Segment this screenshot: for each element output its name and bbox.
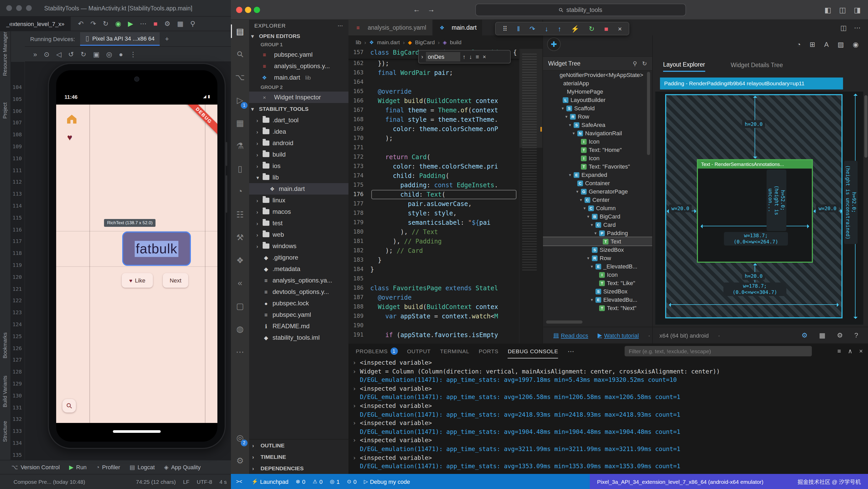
expand-chevron-icon[interactable] <box>352 445 360 453</box>
widget-tree-row[interactable]: ▾ R Row <box>543 254 652 262</box>
widget-tree-row[interactable]: T Text: "Favorites" <box>543 162 652 171</box>
console-line[interactable]: D/EGL_emulation(11471): app_time_stats: … <box>352 445 868 453</box>
ports-item[interactable]: ◎ 1 <box>330 478 340 485</box>
expand-chevron-icon[interactable]: › <box>352 359 360 367</box>
tools-icon[interactable]: ⚒ <box>231 226 249 249</box>
code-line[interactable]: 172 return Card( <box>348 152 542 162</box>
code-line[interactable]: 168 final style = theme.textTheme. <box>348 115 542 124</box>
errors-item[interactable]: ⊗ 0 <box>296 478 305 485</box>
file-tree-row[interactable]: › test <box>249 217 348 229</box>
code-line[interactable]: 191 if (appState.favorites.isEmpty <box>348 330 542 340</box>
console-line[interactable]: › <inspected variable> <box>352 419 868 427</box>
open-editor-item[interactable]: ≡ pubspec.yaml <box>249 49 348 60</box>
as-status-item[interactable]: 74:25 (12 chars) <box>136 479 176 485</box>
code-line[interactable]: 173 color: theme.colorScheme.pri <box>348 162 542 171</box>
file-tree-row[interactable]: ▾ lib <box>249 172 348 183</box>
file-tree-row[interactable]: ◆ stability_tools.iml <box>249 332 348 343</box>
layout-scrollbar[interactable] <box>864 95 867 158</box>
toggle-panel-icon[interactable]: ◫ <box>839 6 846 14</box>
show-baselines-icon[interactable]: A <box>824 40 829 49</box>
minimap[interactable] <box>519 49 542 343</box>
code-line[interactable]: 181 ), // Padding <box>348 237 542 246</box>
code-line[interactable]: 174 child: Padding( <box>348 171 542 181</box>
file-tree-row[interactable]: › linux <box>249 194 348 206</box>
screenshot-icon[interactable]: ◎ <box>106 51 112 58</box>
expand-chevron-icon[interactable]: › <box>352 453 360 462</box>
sidebar-section[interactable]: ›OUTLINE <box>249 439 348 451</box>
filter-icon[interactable]: ≡ <box>837 347 841 355</box>
like-button[interactable]: ♥Like <box>122 273 153 288</box>
more-actions-icon[interactable]: ⋯ <box>854 24 861 31</box>
file-tree-row[interactable]: ℹ README.md <box>249 320 348 332</box>
editor-tab[interactable]: ❖ main.dart <box>432 20 483 35</box>
code-line[interactable]: 165 @override <box>348 87 542 96</box>
widget-tree-row[interactable]: aterialApp <box>543 79 652 87</box>
launchpad-item[interactable]: ⚡ Launchpad <box>251 478 288 485</box>
code-line[interactable]: 189 var appState = context.watch<M <box>348 312 542 321</box>
widget-tree-row[interactable]: ▾ B BigCard <box>543 212 652 220</box>
expand-chevron-icon[interactable]: › <box>352 419 360 427</box>
profiler-button[interactable]: ◔Profiler <box>96 464 120 470</box>
file-tree-row[interactable]: ● pubspec.lock <box>249 298 348 309</box>
widget-tree-row[interactable]: ▾ R Row <box>543 112 652 121</box>
window-close-icon[interactable] <box>236 7 242 13</box>
search-icon[interactable]: ⚲ <box>190 20 195 27</box>
read-docs-link[interactable]: ▤Read docs <box>553 332 588 339</box>
layout-inspector-icon[interactable]: ▦ <box>177 20 184 27</box>
jar-icon[interactable]: ◍ <box>231 317 249 340</box>
code-line[interactable]: 166 Widget build(BuildContext contex <box>348 96 542 105</box>
project-section[interactable]: ▾STABILITY_TOOLS <box>249 103 348 115</box>
split-editor-icon[interactable]: ◫ <box>840 24 847 31</box>
tool-stripe-label[interactable]: Bookmarks <box>2 332 8 359</box>
file-tree-row[interactable]: › windows <box>249 240 348 252</box>
version-control-button[interactable]: ⌥Version Control <box>11 464 60 470</box>
widget-tree-row[interactable]: I Icon <box>543 137 652 146</box>
panel-tab[interactable]: OUTPUT <box>407 344 431 359</box>
open-editor-item[interactable]: × Widget Inspector <box>249 92 348 103</box>
window-close-icon[interactable] <box>6 5 12 11</box>
slow-animations-icon[interactable]: ◔ <box>797 40 801 49</box>
expand-chevron-icon[interactable] <box>352 393 360 402</box>
widget-tree-row[interactable]: ▾ E Expanded <box>543 171 652 179</box>
source-control-icon[interactable]: ⌥ <box>231 65 249 88</box>
find-in-selection-icon[interactable]: ≡ <box>475 54 479 60</box>
window-minimize-icon[interactable] <box>16 5 22 11</box>
more-icon[interactable]: ⋯ <box>231 340 249 363</box>
expand-chevron-icon[interactable]: › <box>352 385 360 393</box>
window-zoom-icon[interactable] <box>254 7 260 13</box>
code-line[interactable]: 188 Widget build(BuildContext contex <box>348 302 542 312</box>
forward-icon[interactable]: → <box>428 5 435 13</box>
power-icon[interactable]: ⊙ <box>44 51 50 58</box>
code-line[interactable]: 171 <box>348 143 542 152</box>
console-line[interactable]: D/EGL_emulation(11471): app_time_stats: … <box>352 462 868 470</box>
expander-icon[interactable]: ▾ <box>580 197 585 202</box>
settings-icon[interactable]: ⚙ <box>164 20 170 27</box>
window-minimize-icon[interactable] <box>245 7 251 13</box>
expand-chevron-icon[interactable] <box>352 375 360 384</box>
code-line[interactable]: 183 } <box>348 255 542 265</box>
pause-icon[interactable]: ‖ <box>517 25 520 32</box>
panel-tab[interactable]: PROBLEMS 1 <box>356 344 398 359</box>
open-editors-section[interactable]: ▾OPEN EDITORS <box>249 31 348 40</box>
code-line[interactable]: 182 ); // Card <box>348 246 542 255</box>
file-tree-row[interactable]: ◆ .metadata <box>249 263 348 275</box>
help-icon[interactable]: ? <box>855 331 858 339</box>
file-tree-row[interactable]: › web <box>249 229 348 240</box>
fold-icon[interactable]: ▣ <box>93 51 100 58</box>
code-line[interactable]: 184 } <box>348 265 542 274</box>
next-match-icon[interactable]: ↓ <box>469 54 472 60</box>
expander-icon[interactable]: ▾ <box>587 214 592 219</box>
widget-tree-row[interactable]: ▾ C Card <box>543 220 652 229</box>
debug-icon[interactable]: ◉ <box>115 20 121 27</box>
widget-tree-row[interactable]: ▾ P Padding <box>543 229 652 237</box>
widget-tree-row[interactable]: T Text: "Next" <box>543 304 652 312</box>
padding-render-box[interactable]: h=20.0 w=20.0 w=20.0 h=20.0 w=178.7;(0.0… <box>665 94 842 318</box>
highlight-images-icon[interactable]: ▨ <box>838 40 844 49</box>
expand-chevron-icon[interactable] <box>352 428 360 436</box>
console-line[interactable]: › <inspected variable> <box>352 359 868 367</box>
expand-chevron-icon[interactable]: › <box>352 367 360 375</box>
widget-tree-row[interactable]: ▾ C Center <box>543 195 652 204</box>
add-device-icon[interactable]: + <box>165 35 169 42</box>
widget-tree-scrollbar[interactable] <box>647 72 650 155</box>
widget-tree-row[interactable]: ▾ N NavigationRail <box>543 129 652 137</box>
